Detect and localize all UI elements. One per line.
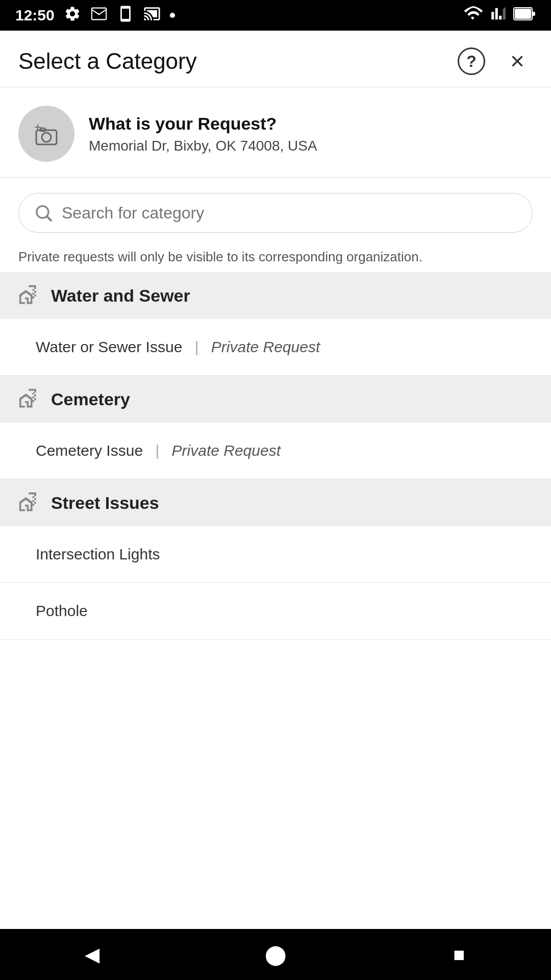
page-title: Select a Category bbox=[18, 48, 197, 74]
category-header-cemetery: Cemetery bbox=[0, 376, 551, 423]
list-item[interactable]: Intersection Lights bbox=[0, 526, 551, 583]
item-private-water-sewer: Private Request bbox=[211, 338, 320, 356]
screenshot-icon bbox=[117, 5, 134, 26]
categories-list: Water and Sewer Water or Sewer Issue | P… bbox=[0, 272, 551, 929]
svg-text:+: + bbox=[34, 120, 41, 134]
privacy-note: Private requests will only be visible to… bbox=[0, 238, 551, 272]
notification-dot bbox=[170, 13, 175, 18]
page-header: Select a Category ? × bbox=[0, 31, 551, 87]
item-label-cemetery-issue: Cemetery Issue bbox=[36, 442, 143, 459]
settings-icon bbox=[64, 5, 81, 26]
close-icon: × bbox=[510, 49, 524, 74]
status-bar: 12:50 bbox=[0, 0, 551, 31]
divider-water-sewer: | bbox=[190, 338, 203, 356]
back-icon: ◀ bbox=[85, 943, 99, 966]
category-header-street-issues: Street Issues bbox=[0, 479, 551, 526]
category-header-water-sewer: Water and Sewer bbox=[0, 272, 551, 319]
svg-line-9 bbox=[47, 217, 52, 221]
search-box[interactable] bbox=[18, 193, 533, 233]
bottom-nav: ◀ ⬤ ■ bbox=[0, 929, 551, 980]
back-button[interactable]: ◀ bbox=[71, 934, 112, 975]
item-label-intersection-lights: Intersection Lights bbox=[36, 546, 160, 563]
item-private-cemetery: Private Request bbox=[172, 442, 281, 459]
signal-icon bbox=[490, 6, 507, 25]
home-button[interactable]: ⬤ bbox=[255, 934, 296, 975]
request-address: Memorial Dr, Bixby, OK 74008, USA bbox=[89, 138, 317, 154]
close-button[interactable]: × bbox=[502, 46, 533, 77]
divider-cemetery: | bbox=[151, 442, 163, 459]
category-name-cemetery: Cemetery bbox=[51, 389, 130, 409]
status-time: 12:50 bbox=[15, 7, 55, 24]
request-info: What is your Request? Memorial Dr, Bixby… bbox=[89, 114, 317, 154]
recents-button[interactable]: ■ bbox=[439, 934, 480, 975]
building-icon-cemetery bbox=[18, 388, 41, 410]
recents-icon: ■ bbox=[454, 944, 465, 966]
help-button[interactable]: ? bbox=[456, 46, 487, 77]
category-name-water-sewer: Water and Sewer bbox=[51, 286, 190, 306]
list-item[interactable]: Pothole bbox=[0, 583, 551, 640]
battery-icon bbox=[513, 7, 536, 24]
status-left: 12:50 bbox=[15, 5, 175, 26]
item-label-water-sewer-issue: Water or Sewer Issue bbox=[36, 338, 182, 356]
wifi-icon bbox=[463, 6, 484, 25]
list-item[interactable]: Water or Sewer Issue | Private Request bbox=[0, 319, 551, 376]
item-label-pothole: Pothole bbox=[36, 602, 88, 620]
add-photo-avatar[interactable]: + bbox=[18, 106, 74, 162]
search-icon bbox=[33, 203, 54, 223]
header-actions: ? × bbox=[456, 46, 533, 77]
request-section: + What is your Request? Memorial Dr, Bix… bbox=[0, 87, 551, 178]
gmail-icon bbox=[90, 5, 108, 26]
request-title: What is your Request? bbox=[89, 114, 317, 134]
category-name-street-issues: Street Issues bbox=[51, 493, 159, 513]
building-icon-street bbox=[18, 492, 41, 514]
svg-rect-0 bbox=[92, 8, 106, 19]
help-circle-icon: ? bbox=[458, 47, 485, 75]
svg-rect-3 bbox=[532, 12, 535, 16]
home-icon: ⬤ bbox=[265, 943, 287, 966]
status-right bbox=[463, 6, 536, 25]
svg-rect-2 bbox=[515, 9, 531, 19]
list-item[interactable]: Cemetery Issue | Private Request bbox=[0, 423, 551, 479]
search-input[interactable] bbox=[62, 204, 518, 223]
cast-icon bbox=[143, 5, 161, 26]
building-icon-water bbox=[18, 284, 41, 307]
search-section bbox=[0, 178, 551, 238]
svg-point-6 bbox=[42, 133, 51, 142]
